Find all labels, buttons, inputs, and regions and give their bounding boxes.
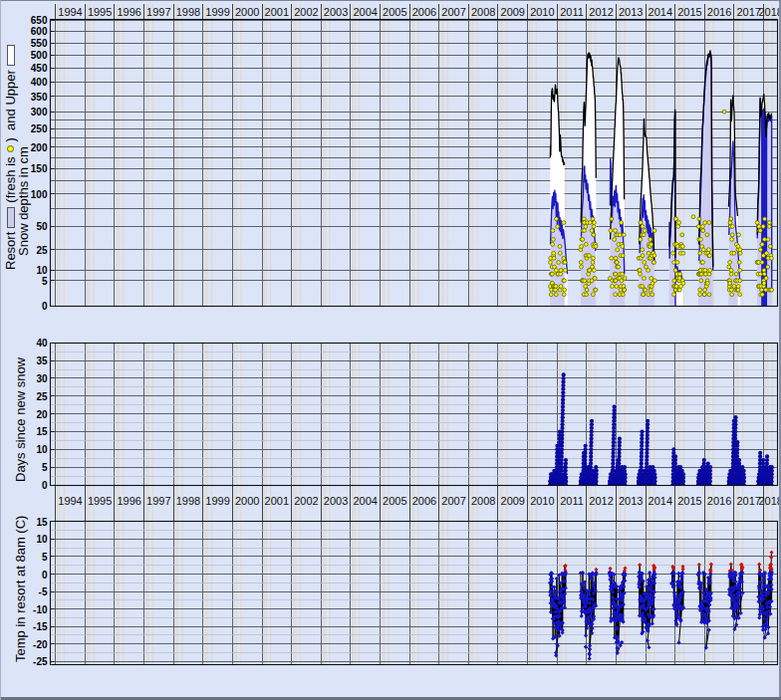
days-since-snow-dot: [617, 462, 621, 466]
days-since-snow-dot: [612, 433, 616, 437]
days-since-snow-dot: [612, 408, 616, 412]
fresh-snow-dot: [585, 293, 589, 297]
days-since-snow-dot: [640, 451, 644, 455]
stripe: [476, 4, 478, 306]
fresh-snow-dot: [588, 254, 592, 258]
days-since-snow-dot: [613, 404, 617, 408]
fresh-snow-dot: [758, 272, 762, 276]
top-year-label-2017: 2017: [736, 6, 760, 18]
fresh-snow-dot: [734, 272, 738, 276]
top-year-label-2004: 2004: [353, 6, 377, 18]
mid-year-label-2012: 2012: [589, 495, 613, 507]
fresh-snow-dot: [728, 282, 732, 286]
snow-ytick-500: 500: [31, 50, 48, 61]
mid-year-label-2003: 2003: [324, 495, 348, 507]
stripe: [204, 4, 205, 306]
fresh-snow-dot: [551, 229, 555, 233]
days-since-snow-dot: [618, 444, 622, 448]
fresh-snow-dot: [675, 245, 679, 249]
fresh-snow-dot: [675, 261, 679, 265]
top-year-label-2011: 2011: [560, 6, 584, 18]
temp-warm-dot: [638, 563, 642, 567]
days-since-snow-dot: [640, 462, 644, 466]
days-since-snow-dot: [560, 462, 564, 466]
fresh-snow-dot: [728, 261, 732, 265]
stripe: [211, 4, 213, 306]
days-since-snow-dot: [765, 458, 769, 462]
fresh-snow-dot: [594, 288, 598, 292]
fresh-snow-dot: [554, 285, 558, 289]
days-ytick-0: 0: [42, 480, 48, 491]
stripe: [147, 4, 148, 306]
fresh-snow-dot: [737, 233, 741, 237]
mid-year-label-2014: 2014: [649, 495, 672, 507]
days-since-snow-dot: [590, 429, 594, 433]
days-since-snow-dot: [678, 465, 682, 469]
top-year-label-2006: 2006: [412, 6, 436, 18]
mid-year-label-2004: 2004: [353, 495, 377, 507]
fresh-snow-dot: [554, 269, 558, 273]
fresh-snow-dot: [559, 272, 563, 276]
fresh-snow-dot: [703, 269, 707, 273]
fresh-snow-dot: [642, 293, 646, 297]
days-since-snow-dot: [740, 465, 744, 469]
fresh-snow-dot: [760, 288, 764, 292]
fresh-snow-dot: [639, 272, 643, 276]
days-since-snow-dot: [589, 444, 593, 448]
days-since-snow-dot: [735, 451, 739, 455]
fresh-snow-dot: [652, 261, 656, 265]
top-year-label-1998: 1998: [176, 6, 200, 18]
fresh-snow-dot: [701, 229, 705, 233]
fresh-snow-dot: [617, 265, 621, 269]
top-year-label-2014: 2014: [649, 6, 672, 18]
fresh-snow-dot: [554, 293, 558, 297]
fresh-snow-dot: [730, 293, 734, 297]
temp-ytick-5: 5: [42, 551, 48, 562]
fresh-snow-dot: [727, 265, 731, 269]
days-since-snow-dot: [617, 451, 621, 455]
fresh-snow-dot: [584, 225, 588, 229]
top-year-label-2000: 2000: [235, 6, 259, 18]
mid-year-label-2017: 2017: [736, 495, 760, 507]
upper-swatch-icon: [7, 45, 15, 66]
days-since-snow-dot: [735, 454, 739, 458]
days-since-snow-dot: [770, 472, 774, 476]
days-since-snow-dot: [646, 440, 650, 444]
fresh-snow-dot: [761, 225, 765, 229]
fresh-snow-dot: [730, 233, 734, 237]
fresh-snow-dot: [551, 242, 555, 246]
stripe: [295, 4, 296, 306]
days-since-snow-dot: [560, 451, 564, 455]
mid-year-label-1999: 1999: [205, 495, 229, 507]
fresh-snow-dot: [616, 248, 620, 252]
fresh-snow-dot: [638, 269, 642, 273]
fresh-snow-dot: [738, 279, 742, 283]
top-year-label-2005: 2005: [383, 6, 406, 18]
days-since-snow-dot: [611, 462, 615, 466]
fresh-snow-dot: [591, 261, 595, 265]
stripe: [93, 4, 95, 306]
fresh-snow-dot: [767, 225, 771, 229]
days-since-snow-dot: [612, 415, 616, 419]
fresh-snow-dot: [736, 285, 740, 289]
fresh-snow-dot: [650, 277, 653, 281]
days-since-snow-dot: [761, 458, 765, 462]
fresh-snow-dot: [639, 238, 643, 242]
mid-year-label-2005: 2005: [383, 495, 406, 507]
days-since-snow-dot: [737, 462, 741, 466]
fresh-snow-dot: [652, 229, 656, 233]
fresh-snow-dot: [644, 288, 648, 292]
temp-cold-dot: [580, 614, 584, 618]
days-since-snow-dot: [612, 426, 616, 430]
temp-warm-dot: [757, 563, 761, 567]
fresh-label-close: ) and Upper: [4, 70, 17, 141]
fresh-snow-dot: [562, 221, 566, 225]
days-since-snow-dot: [617, 458, 621, 462]
fresh-snow-dot: [643, 277, 647, 281]
stripe: [742, 4, 744, 306]
stripe: [64, 4, 65, 306]
days-since-snow-dot: [623, 476, 627, 480]
stripe: [145, 4, 146, 306]
mid-year-label-1995: 1995: [88, 495, 112, 507]
stripe: [59, 4, 60, 306]
